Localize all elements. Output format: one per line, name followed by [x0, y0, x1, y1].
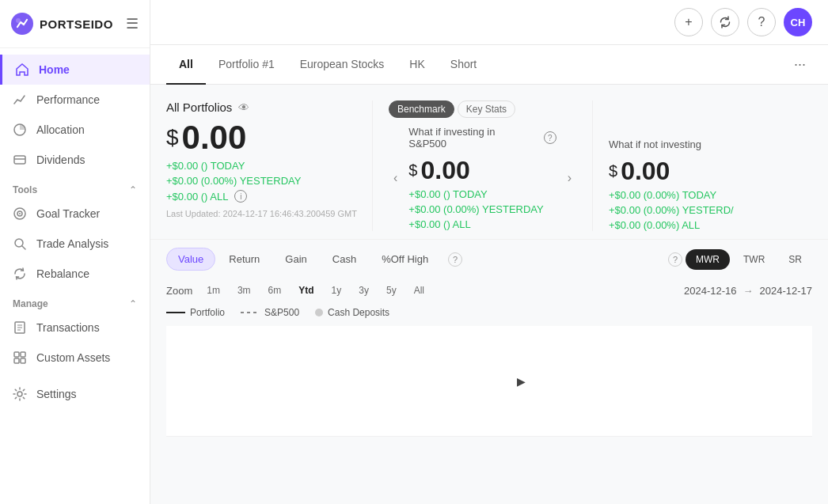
portfolio-change-yesterday: +$0.00 (0.00%) YESTERDAY: [166, 175, 372, 187]
visibility-icon[interactable]: 👁: [238, 101, 249, 114]
svg-rect-3: [14, 156, 25, 164]
svg-rect-14: [14, 352, 19, 357]
manage-chevron[interactable]: ⌃: [129, 298, 137, 309]
sp500-value: $ 0.00: [408, 156, 556, 185]
zoom-1y[interactable]: 1y: [325, 282, 348, 299]
brand-name: PORTSEIDO: [40, 17, 113, 31]
sidebar-item-transactions[interactable]: Transactions: [0, 313, 150, 343]
chart-controls-row2: Zoom 1m 3m 6m Ytd 1y 3y 5y All 2024-12-1…: [150, 277, 828, 302]
view-tab-gain[interactable]: Gain: [273, 248, 318, 271]
pie-chart-icon: [13, 123, 27, 137]
metric-tab-sr[interactable]: SR: [778, 249, 812, 270]
svg-line-9: [22, 246, 25, 249]
zoom-1m[interactable]: 1m: [200, 282, 226, 299]
menu-icon[interactable]: ☰: [126, 15, 139, 32]
sidebar-item-goal-tracker[interactable]: Goal Tracker: [0, 199, 150, 229]
sidebar-item-dividends[interactable]: Dividends: [0, 145, 150, 175]
portfolio-change-today: +$0.00 () TODAY: [166, 160, 372, 172]
sidebar-item-goal-tracker-label: Goal Tracker: [36, 207, 100, 220]
portfolio-overview: All Portfolios 👁 $ 0.00 +$0.00 () TODAY …: [166, 100, 372, 231]
zoom-ytd[interactable]: Ytd: [292, 282, 320, 299]
sidebar: PORTSEIDO ☰ Home Performance Allocation: [0, 0, 150, 504]
credit-card-icon: [13, 153, 27, 167]
benchmark-prev-button[interactable]: ‹: [389, 169, 402, 187]
all-info-icon[interactable]: i: [234, 190, 247, 203]
not-investing-change-today: +$0.00 (0.00%) TODAY: [609, 189, 796, 201]
legend-sp500-line: [241, 312, 260, 313]
main-content: + ? CH All Portfolio #1 European Stocks …: [150, 0, 828, 504]
tab-short[interactable]: Short: [438, 45, 489, 85]
sidebar-item-settings[interactable]: Settings: [0, 379, 150, 409]
manage-section-title: Manage: [13, 298, 48, 309]
metric-tab-mwr[interactable]: MWR: [686, 249, 730, 270]
svg-rect-15: [21, 352, 25, 357]
logo-icon: [11, 13, 33, 35]
not-investing-panel: What if not investing $ 0.00 +$0.00 (0.0…: [592, 100, 812, 231]
view-tab-return[interactable]: Return: [217, 248, 272, 271]
date-from: 2024-12-16: [684, 285, 737, 297]
sidebar-item-performance[interactable]: Performance: [0, 85, 150, 115]
manage-section-header: Manage ⌃: [0, 289, 150, 313]
view-help-icon[interactable]: ?: [448, 252, 462, 267]
portfolio-section: All Portfolios 👁 $ 0.00 +$0.00 () TODAY …: [150, 85, 828, 239]
date-to: 2024-12-17: [760, 285, 813, 297]
sp500-help-icon[interactable]: ?: [544, 131, 556, 144]
chart-legend: Portfolio S&P500 Cash Deposits: [150, 302, 828, 326]
sidebar-item-rebalance[interactable]: Rebalance: [0, 259, 150, 289]
svg-rect-16: [14, 358, 19, 363]
zoom-3m[interactable]: 3m: [231, 282, 257, 299]
chart-area: ▶: [166, 326, 812, 437]
zoom-3y[interactable]: 3y: [352, 282, 375, 299]
sidebar-item-home[interactable]: Home: [0, 55, 150, 85]
legend-portfolio-line: [166, 312, 185, 313]
metric-tab-twr[interactable]: TWR: [733, 249, 775, 270]
sp500-change-yesterday: +$0.00 (0.00%) YESTERDAY: [408, 203, 556, 215]
grid-icon: [13, 351, 27, 365]
sidebar-item-trade-analysis[interactable]: Trade Analysis: [0, 229, 150, 259]
legend-sp500: S&P500: [241, 307, 299, 318]
tabs-more-button[interactable]: ···: [788, 50, 812, 79]
zoom-all[interactable]: All: [408, 282, 431, 299]
sidebar-item-custom-assets[interactable]: Custom Assets: [0, 343, 150, 373]
zoom-5y[interactable]: 5y: [380, 282, 403, 299]
tab-all[interactable]: All: [166, 45, 206, 85]
sp500-label: What if investing in S&P500 ?: [408, 126, 556, 150]
tab-european-stocks[interactable]: European Stocks: [287, 45, 397, 85]
view-tab-cash[interactable]: Cash: [321, 248, 368, 271]
home-icon: [15, 63, 29, 77]
not-investing-spacer: [609, 100, 796, 132]
key-stats-tab[interactable]: Key Stats: [458, 100, 515, 118]
sidebar-item-home-label: Home: [39, 63, 70, 76]
file-text-icon: [13, 320, 27, 335]
not-investing-change-all: +$0.00 (0.00%) ALL: [609, 219, 796, 231]
portfolio-title: All Portfolios 👁: [166, 100, 372, 114]
not-investing-label: What if not investing: [609, 138, 796, 150]
sidebar-item-allocation[interactable]: Allocation: [0, 115, 150, 145]
tools-chevron[interactable]: ⌃: [129, 184, 137, 195]
tab-hk[interactable]: HK: [397, 45, 437, 85]
view-tab-off-high[interactable]: %Off High: [370, 248, 440, 271]
main-nav: Home Performance Allocation Dividends To…: [0, 48, 150, 504]
benchmark-tab[interactable]: Benchmark: [389, 100, 454, 118]
sp500-change-all: +$0.00 () ALL: [408, 218, 556, 230]
sp500-change-today: +$0.00 () TODAY: [408, 188, 556, 200]
tab-portfolio1[interactable]: Portfolio #1: [206, 45, 287, 85]
settings-icon: [13, 387, 27, 401]
view-tab-value[interactable]: Value: [166, 248, 215, 271]
svg-point-7: [19, 213, 21, 214]
sp500-panel: What if investing in S&P500 ? $ 0.00 +$0…: [408, 126, 556, 230]
refresh-button[interactable]: [711, 8, 739, 36]
logo: PORTSEIDO: [11, 13, 113, 35]
portfolio-tabs: All Portfolio #1 European Stocks HK Shor…: [150, 45, 828, 85]
chart-controls-row1: Value Return Gain Cash %Off High ? ? MWR…: [150, 239, 828, 277]
help-button[interactable]: ?: [747, 8, 776, 36]
metric-help-icon[interactable]: ?: [668, 252, 682, 267]
benchmark-next-button[interactable]: ›: [563, 169, 576, 187]
user-avatar[interactable]: CH: [784, 8, 812, 36]
zoom-6m[interactable]: 6m: [262, 282, 288, 299]
not-investing-change-yesterday: +$0.00 (0.00%) YESTERD/: [609, 204, 796, 216]
add-button[interactable]: +: [674, 8, 703, 36]
portfolio-change-all: +$0.00 () ALL i: [166, 190, 372, 203]
sidebar-item-dividends-label: Dividends: [36, 153, 85, 166]
sidebar-item-settings-label: Settings: [36, 388, 77, 400]
